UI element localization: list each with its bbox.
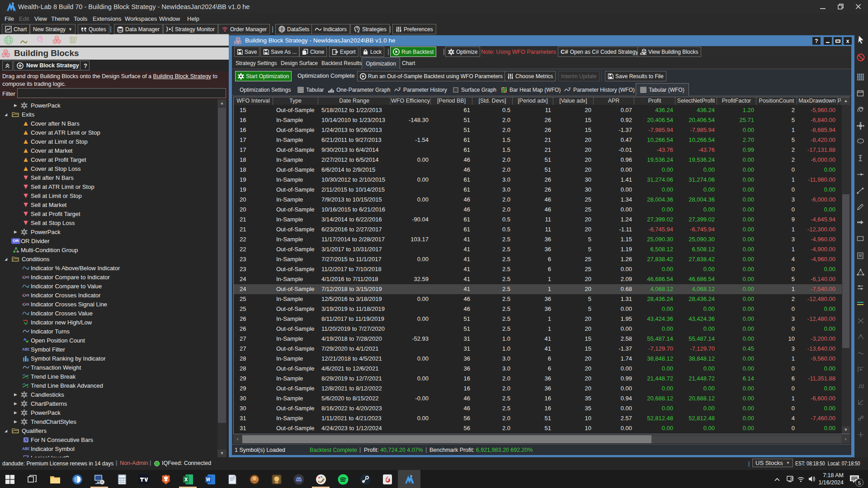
svg-text:ABC: ABC: [22, 347, 29, 352]
svg-text:N: N: [24, 437, 28, 442]
svg-text:ABC: ABC: [22, 446, 29, 451]
